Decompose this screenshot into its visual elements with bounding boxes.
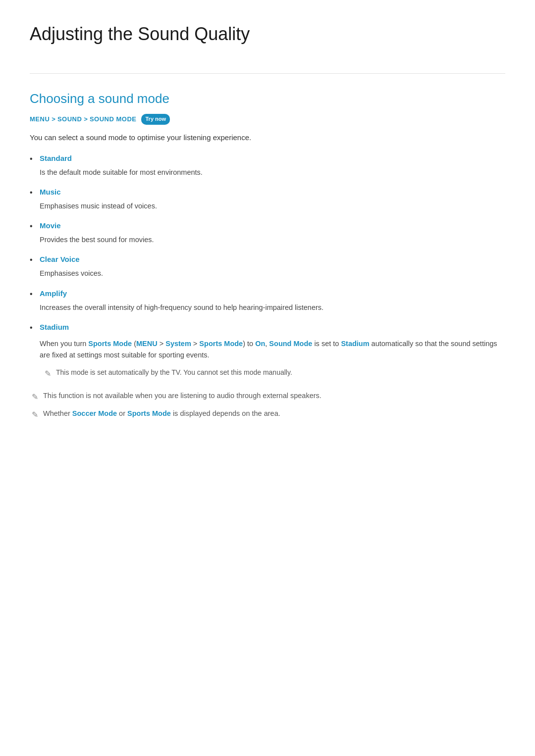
breadcrumb-sep-2: > [84,114,88,125]
mode-name-amplify: Amplify [40,288,505,300]
title-divider [30,73,505,74]
link-sports-mode-3: Sports Mode [127,409,171,417]
mode-desc-amplify: Increases the overall intensity of high-… [40,303,323,311]
sound-modes-list: Standard Is the default mode suitable fo… [30,152,505,380]
breadcrumb-sound-mode: Sound Mode [90,114,137,125]
link-sports-mode-1: Sports Mode [88,340,132,348]
mode-desc-stadium: When you turn Sports Mode (MENU > System… [40,338,505,361]
mode-name-standard: Standard [40,152,505,164]
mode-name-music: Music [40,186,505,198]
mode-desc-clear-voice: Emphasises voices. [40,269,103,277]
list-item: Music Emphasises music instead of voices… [30,186,505,212]
mode-name-clear-voice: Clear Voice [40,253,505,265]
pencil-icon: ✎ [32,408,38,421]
breadcrumb-sep-1: > [52,114,55,125]
mode-desc-music: Emphasises music instead of voices. [40,202,157,210]
section-title: Choosing a sound mode [30,89,505,109]
list-item: Amplify Increases the overall intensity … [30,288,505,313]
pencil-icon: ✎ [32,391,38,403]
link-sound-mode: Sound Mode [269,340,312,348]
list-item: Stadium When you turn Sports Mode (MENU … [30,321,505,380]
list-item: Movie Provides the best sound for movies… [30,220,505,246]
stadium-inner-note: ✎ This mode is set automatically by the … [40,367,505,380]
mode-desc-movie: Provides the best sound for movies. [40,236,154,244]
link-stadium: Stadium [341,340,369,348]
global-note-2: ✎ Whether Soccer Mode or Sports Mode is … [30,408,505,421]
global-note-text-2: Whether Soccer Mode or Sports Mode is di… [43,408,280,419]
breadcrumb-menu: MENU [30,114,50,125]
mode-name-movie: Movie [40,220,505,232]
global-notes: ✎ This function is not available when yo… [30,390,505,421]
breadcrumb: MENU > Sound > Sound Mode Try now [30,114,505,125]
stadium-note-text: This mode is set automatically by the TV… [56,367,292,378]
link-menu: MENU [136,340,158,348]
link-soccer-mode: Soccer Mode [72,409,117,417]
link-sports-mode-2: Sports Mode [199,340,243,348]
breadcrumb-sound: Sound [57,114,82,125]
global-note-text-1: This function is not available when you … [43,390,321,402]
try-now-badge[interactable]: Try now [141,114,170,125]
page-title: Adjusting the Sound Quality [30,20,505,53]
global-note-1: ✎ This function is not available when yo… [30,390,505,403]
list-item: Standard Is the default mode suitable fo… [30,152,505,178]
intro-text: You can select a sound mode to optimise … [30,132,505,144]
mode-desc-standard: Is the default mode suitable for most en… [40,168,203,176]
list-item: Clear Voice Emphasises voices. [30,253,505,279]
pencil-icon: ✎ [45,367,51,380]
link-on: On [255,340,265,348]
link-system: System [165,340,191,348]
mode-name-stadium: Stadium [40,321,505,333]
